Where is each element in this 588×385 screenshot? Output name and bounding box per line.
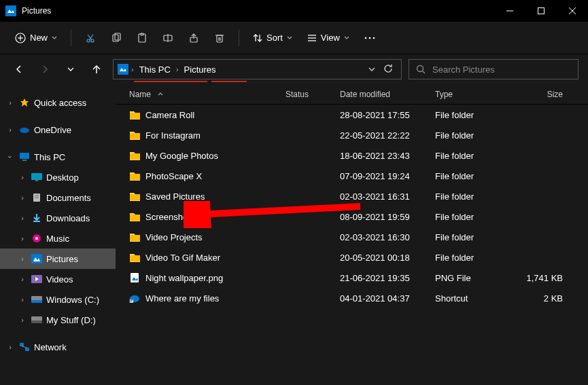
sort-button[interactable]: Sort <box>247 27 298 49</box>
cut-button[interactable] <box>80 27 101 49</box>
file-name: PhotoScape X <box>145 171 202 181</box>
downloads-icon <box>31 213 42 223</box>
share-button[interactable] <box>183 27 205 49</box>
sidebar-onedrive[interactable]: › OneDrive <box>0 120 116 140</box>
chevron-right-icon[interactable]: › <box>5 126 15 134</box>
paste-button[interactable] <box>131 27 153 49</box>
folder-icon <box>129 232 140 242</box>
sidebar-network[interactable]: › Network <box>0 337 116 357</box>
table-row[interactable]: For Instagram22-05-2021 22:22File folder <box>116 125 588 145</box>
sidebar-label: Documents <box>46 193 91 203</box>
documents-icon <box>31 192 42 203</box>
address-dropdown[interactable] <box>368 65 375 75</box>
music-icon <box>31 233 42 244</box>
sidebar-mystuff-d[interactable]: › My Stuff (D:) <box>0 310 116 330</box>
chevron-right-icon[interactable]: › <box>18 214 27 222</box>
sidebar-documents[interactable]: › Documents <box>0 187 116 208</box>
table-row[interactable]: Screenshots08-09-2021 19:59File folder <box>116 206 588 227</box>
sort-indicator-icon <box>158 92 163 97</box>
table-row[interactable]: My Google Photos18-06-2021 23:43File fol… <box>116 145 588 166</box>
up-button[interactable] <box>87 60 106 79</box>
chevron-right-icon[interactable]: › <box>18 316 27 324</box>
folder-icon <box>129 130 140 141</box>
chevron-right-icon[interactable]: › <box>18 194 27 202</box>
window-title: Pictures <box>22 6 51 16</box>
sidebar-desktop[interactable]: › Desktop <box>0 167 116 187</box>
delete-button[interactable] <box>209 27 230 49</box>
column-date[interactable]: Date modified <box>340 90 435 99</box>
sidebar-videos[interactable]: › Videos <box>0 269 116 289</box>
svg-rect-55 <box>31 300 42 303</box>
sidebar-label: Music <box>46 234 69 244</box>
back-button[interactable] <box>10 60 29 79</box>
file-name: Night wallpaper.png <box>145 273 223 283</box>
forward-button[interactable] <box>35 60 54 79</box>
svg-point-29 <box>365 37 367 39</box>
column-name[interactable]: Name <box>116 90 286 99</box>
sidebar-label: Windows (C:) <box>46 295 99 305</box>
recent-dropdown[interactable] <box>61 60 80 79</box>
sidebar-this-pc[interactable]: › This PC <box>0 147 116 167</box>
table-row[interactable]: Video To Gif Maker20-05-2021 00:18File f… <box>116 247 588 268</box>
refresh-button[interactable] <box>383 64 393 75</box>
svg-rect-64 <box>130 174 140 180</box>
column-type[interactable]: Type <box>435 90 523 99</box>
sidebar-music[interactable]: › Music <box>0 228 116 249</box>
chevron-right-icon[interactable]: › <box>5 98 15 107</box>
maximize-button[interactable] <box>525 0 557 22</box>
chevron-right-icon[interactable]: › <box>18 173 27 181</box>
sidebar-label: Pictures <box>46 254 78 264</box>
close-button[interactable] <box>557 0 588 22</box>
breadcrumb-this-pc[interactable]: This PC <box>137 65 173 75</box>
column-size[interactable]: Size <box>523 90 571 99</box>
rename-button[interactable] <box>157 27 179 49</box>
chevron-right-icon[interactable]: › <box>18 234 27 242</box>
svg-rect-66 <box>130 215 140 221</box>
svg-rect-3 <box>538 8 544 14</box>
svg-point-38 <box>20 128 29 133</box>
table-row[interactable]: Night wallpaper.png21-06-2021 19:35PNG F… <box>116 268 588 288</box>
table-row[interactable]: Camera Roll28-08-2021 17:55File folder <box>116 105 588 125</box>
file-type: File folder <box>435 110 523 120</box>
minimize-button[interactable] <box>494 0 525 22</box>
chevron-right-icon[interactable]: › <box>18 255 27 263</box>
chevron-right-icon[interactable]: › <box>131 65 134 73</box>
app-icon <box>5 5 16 16</box>
sidebar-windows-c[interactable]: › Windows (C:) <box>0 289 116 310</box>
table-row[interactable]: PhotoScape X07-09-2021 19:24File folder <box>116 166 588 186</box>
svg-point-35 <box>417 66 423 72</box>
address-bar[interactable]: › This PC › Pictures <box>113 59 402 79</box>
svg-marker-37 <box>20 98 29 107</box>
sidebar-pictures[interactable]: › Pictures <box>0 249 116 269</box>
new-button[interactable]: New <box>10 27 63 49</box>
chevron-right-icon[interactable]: › <box>176 65 179 73</box>
file-list: Name Status Date modified Type Size Came… <box>116 84 588 385</box>
table-row[interactable]: Video Projects02-03-2021 16:30File folde… <box>116 227 588 247</box>
column-status[interactable]: Status <box>286 90 340 99</box>
file-date: 02-03-2021 16:30 <box>340 232 435 242</box>
breadcrumb-pictures[interactable]: Pictures <box>181 65 219 75</box>
copy-button[interactable] <box>105 27 127 49</box>
view-button[interactable]: View <box>302 27 355 49</box>
file-name: My Google Photos <box>145 151 218 161</box>
annotation-underline <box>134 81 207 82</box>
table-row[interactable]: Saved Pictures02-03-2021 16:31File folde… <box>116 186 588 206</box>
chevron-right-icon[interactable]: › <box>18 275 27 283</box>
chevron-right-icon[interactable]: › <box>18 295 27 304</box>
file-date: 04-01-2021 04:37 <box>340 293 435 304</box>
png-icon <box>129 272 140 283</box>
file-date: 20-05-2021 00:18 <box>340 253 435 263</box>
toolbar-separator <box>239 30 239 46</box>
shortcut-icon <box>129 293 140 304</box>
search-box[interactable] <box>409 59 578 79</box>
table-row[interactable]: Where are my files04-01-2021 04:37Shortc… <box>116 288 588 308</box>
search-input[interactable] <box>432 65 571 75</box>
file-type: File folder <box>435 151 523 161</box>
chevron-down-icon[interactable]: › <box>6 152 14 162</box>
more-button[interactable] <box>359 27 381 49</box>
chevron-right-icon[interactable]: › <box>5 343 15 351</box>
pictures-icon <box>31 253 42 264</box>
sidebar-downloads[interactable]: › Downloads <box>0 208 116 228</box>
sidebar-label: Downloads <box>46 213 90 223</box>
sidebar-quick-access[interactable]: › Quick access <box>0 92 116 113</box>
